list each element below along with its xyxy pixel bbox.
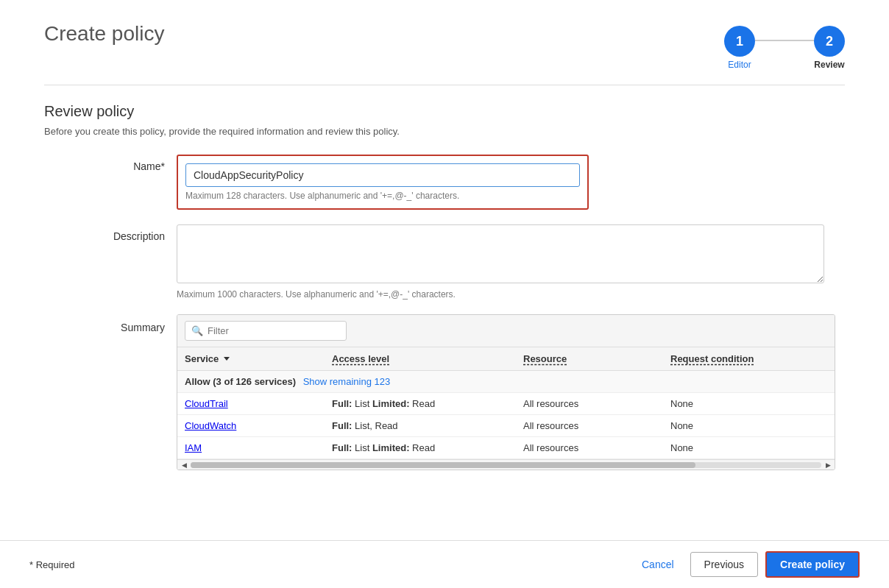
summary-label: Summary (88, 314, 177, 333)
stepper: 1 Editor 2 Review (724, 26, 845, 70)
step-2: 2 Review (814, 26, 845, 70)
description-field-wrap: Maximum 1000 characters. Use alphanumeri… (177, 224, 845, 300)
step-2-circle: 2 (814, 26, 845, 57)
filter-bar: 🔍 (177, 315, 835, 347)
table-row: CloudTrail Full: List Limited: Read All … (177, 393, 835, 415)
td-access-level: Full: List, Read (332, 420, 523, 431)
required-note: * Required (29, 559, 74, 570)
section-title: Review policy (44, 103, 845, 120)
table-row: CloudWatch Full: List, Read All resource… (177, 415, 835, 437)
description-textarea[interactable] (177, 224, 824, 283)
td-condition: None (670, 442, 818, 453)
group-row: Allow (3 of 126 services) Show remaining… (177, 371, 835, 393)
header-divider (44, 85, 845, 85)
td-service: IAM (185, 442, 332, 453)
search-icon: 🔍 (191, 325, 203, 336)
previous-button[interactable]: Previous (690, 552, 758, 577)
td-resource: All resources (523, 420, 670, 431)
section-description: Before you create this policy, provide t… (44, 126, 845, 137)
td-access-level: Full: List Limited: Read (332, 398, 523, 409)
summary-box: 🔍 Service Access level Resource (177, 314, 835, 470)
horizontal-scrollbar[interactable]: ◀ ▶ (177, 459, 835, 470)
step-1: 1 Editor (724, 26, 755, 70)
group-label: Allow (3 of 126 services) Show remaining… (185, 376, 818, 387)
name-input[interactable] (185, 163, 580, 187)
name-row: Name* Maximum 128 characters. Use alphan… (88, 155, 845, 210)
table-row: IAM Full: List Limited: Read All resourc… (177, 437, 835, 459)
scroll-track[interactable] (191, 462, 821, 468)
sort-arrow-icon (224, 357, 230, 361)
name-label: Name* (88, 155, 177, 172)
step-1-label: Editor (728, 60, 751, 70)
td-service: CloudWatch (185, 420, 332, 431)
th-access-level: Access level (332, 353, 523, 364)
filter-input[interactable] (208, 325, 340, 336)
td-resource: All resources (523, 442, 670, 453)
th-request-condition: Request condition (670, 353, 818, 364)
th-resource: Resource (523, 353, 670, 364)
th-service[interactable]: Service (185, 353, 332, 364)
footer-buttons: Cancel Previous Create policy (633, 551, 860, 578)
name-highlight-box: Maximum 128 characters. Use alphanumeric… (177, 155, 589, 210)
td-condition: None (670, 420, 818, 431)
scroll-left-arrow[interactable]: ◀ (180, 461, 188, 470)
show-remaining-link[interactable]: Show remaining 123 (303, 376, 391, 387)
description-label: Description (88, 224, 177, 242)
footer-bar: * Required Cancel Previous Create policy (0, 540, 889, 588)
iam-link[interactable]: IAM (185, 442, 202, 453)
td-resource: All resources (523, 398, 670, 409)
td-service: CloudTrail (185, 398, 332, 409)
step-1-circle: 1 (724, 26, 755, 57)
page-title: Create policy (44, 22, 164, 46)
td-condition: None (670, 398, 818, 409)
create-policy-button[interactable]: Create policy (765, 551, 860, 578)
filter-input-wrap: 🔍 (185, 321, 347, 341)
cancel-button[interactable]: Cancel (633, 553, 683, 576)
name-hint: Maximum 128 characters. Use alphanumeric… (185, 191, 580, 201)
scroll-thumb (191, 462, 695, 468)
group-count-text: Allow (3 of 126 services) (185, 376, 296, 387)
table-header: Service Access level Resource Request co… (177, 347, 835, 371)
description-row: Description Maximum 1000 characters. Use… (88, 224, 845, 300)
scroll-right-arrow[interactable]: ▶ (824, 461, 832, 470)
step-2-label: Review (814, 60, 844, 70)
cloudtrail-link[interactable]: CloudTrail (185, 398, 228, 409)
td-access-level: Full: List Limited: Read (332, 442, 523, 453)
description-hint: Maximum 1000 characters. Use alphanumeri… (177, 289, 845, 300)
summary-row: Summary 🔍 Service Access leve (88, 314, 845, 470)
step-connector (755, 40, 814, 41)
cloudwatch-link[interactable]: CloudWatch (185, 420, 236, 431)
